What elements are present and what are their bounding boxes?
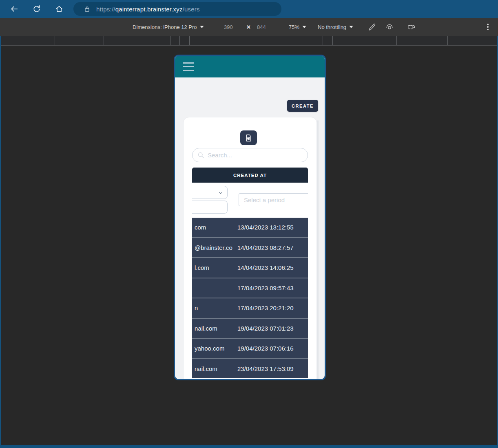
chevron-down-icon [200, 26, 204, 28]
window-border-left [0, 36, 1, 448]
eyedropper-icon [368, 22, 377, 31]
table-row[interactable]: 17/04/2023 09:57:43 [192, 278, 308, 299]
url-text: https://qainterrapt.brainster.xyz/users [96, 6, 200, 13]
email-fragment: nail.com [195, 359, 217, 379]
home-button[interactable] [55, 4, 64, 13]
create-button[interactable]: CREATE [287, 100, 318, 112]
page-scrollbar[interactable] [317, 120, 319, 379]
ruler-mark [396, 36, 397, 45]
url-scheme: https:// [96, 6, 115, 13]
chevron-down-icon [349, 26, 353, 28]
table-row[interactable]: nail.com19/04/2023 07:01:23 [192, 319, 308, 339]
home-icon [55, 4, 64, 13]
users-table: com13/04/2023 13:12:55@brainster.co14/04… [192, 218, 308, 378]
search-box [192, 148, 308, 162]
hamburger-menu-icon [183, 66, 194, 67]
ruler-mark [189, 36, 190, 45]
viewport-width-value: 390 [224, 24, 233, 30]
eye-icon [385, 22, 394, 31]
ruler-mark [332, 36, 333, 45]
media-query-bar[interactable] [0, 36, 498, 46]
kebab-menu-icon [487, 26, 489, 28]
created-at-value: 14/04/2023 08:27:57 [237, 238, 294, 258]
device-selector[interactable]: Dimensions: iPhone 12 Pro [133, 18, 204, 36]
app-header [175, 56, 325, 77]
created-at-value: 14/04/2023 14:06:25 [237, 258, 294, 278]
kebab-menu-icon [487, 24, 489, 25]
users-card: CREATED AT com13/04/2023 13:12:55@brains… [183, 117, 317, 379]
chevron-down-icon [302, 26, 306, 28]
created-at-value: 17/04/2023 20:21:20 [237, 298, 294, 318]
created-at-value: 19/04/2023 07:01:23 [237, 319, 294, 338]
ruler-mark [179, 36, 180, 45]
times-icon: ✕ [246, 24, 251, 30]
email-fragment: nail.com [195, 319, 217, 338]
table-row[interactable]: nail.com23/04/2023 17:53:09 [192, 359, 308, 379]
column-filter-input[interactable] [192, 201, 228, 214]
table-row[interactable]: n17/04/2023 20:21:20 [192, 298, 308, 319]
email-fragment: @brainster.co [195, 238, 232, 258]
viewport-height-field[interactable]: 844 [257, 18, 266, 36]
search-input[interactable] [208, 152, 297, 159]
hamburger-menu-icon [183, 62, 194, 64]
zoom-value: 75% [289, 24, 299, 30]
created-at-value: 13/04/2023 13:12:55 [237, 218, 294, 237]
eyedropper-button[interactable] [368, 22, 377, 31]
dimensions-label: Dimensions: [133, 24, 162, 30]
rotate-device-icon [407, 22, 416, 31]
table-row[interactable]: com13/04/2023 13:12:55 [192, 218, 308, 238]
created-at-header-label: CREATED AT [233, 173, 267, 178]
refresh-button[interactable] [32, 4, 41, 13]
refresh-icon [32, 4, 41, 13]
devtools-toolbar: Dimensions: iPhone 12 Pro 390 ✕ 844 75% … [0, 18, 498, 36]
created-at-value: 19/04/2023 07:06:16 [237, 339, 294, 358]
select-chevron-icon [218, 190, 224, 196]
export-button[interactable] [240, 130, 257, 145]
period-filter-input[interactable] [239, 193, 308, 206]
url-path: /users [183, 6, 200, 13]
menu-button[interactable] [183, 62, 194, 71]
column-filter-select[interactable] [192, 186, 228, 199]
ruler-mark [311, 36, 311, 45]
email-fragment: yahoo.com [195, 339, 224, 358]
ruler-mark [104, 36, 104, 45]
ruler-mark [55, 36, 55, 45]
url-domain: qainterrapt.brainster.xyz [115, 6, 183, 13]
hamburger-menu-icon [183, 70, 194, 71]
table-row[interactable]: @brainster.co14/04/2023 08:27:57 [192, 238, 308, 258]
email-fragment: n [195, 298, 198, 318]
rotate-device-button[interactable] [407, 22, 416, 31]
created-at-value: 17/04/2023 09:57:43 [237, 278, 294, 298]
vision-deficiency-button[interactable] [385, 22, 394, 31]
dimensions-times: ✕ [246, 18, 251, 36]
address-bar[interactable]: https://qainterrapt.brainster.xyz/users [73, 2, 281, 16]
throttling-value: No throttling [318, 24, 346, 30]
viewport-height-value: 844 [257, 24, 266, 30]
window-border-bottom [0, 445, 498, 448]
email-fragment: l.com [195, 258, 209, 278]
viewport-width-field[interactable]: 390 [224, 18, 233, 36]
throttling-selector[interactable]: No throttling [318, 18, 353, 36]
zoom-selector[interactable]: 75% [289, 18, 306, 36]
created-at-column-header[interactable]: CREATED AT [192, 168, 308, 183]
export-file-icon [244, 134, 253, 142]
kebab-menu-icon [487, 29, 489, 31]
ruler-mark [447, 36, 448, 45]
table-row[interactable]: l.com14/04/2023 14:06:25 [192, 258, 308, 278]
emulated-page: CREATE CREATED AT [175, 56, 325, 379]
search-icon [197, 151, 205, 159]
more-options-button[interactable] [485, 23, 491, 31]
ruler-mark [170, 36, 170, 45]
back-arrow-icon [10, 4, 19, 13]
lock-icon [84, 6, 91, 13]
device-name: iPhone 12 Pro [163, 24, 197, 30]
device-frame: CREATE CREATED AT [174, 55, 326, 380]
browser-toolbar: https://qainterrapt.brainster.xyz/users [0, 0, 498, 18]
table-row[interactable]: yahoo.com19/04/2023 07:06:16 [192, 339, 308, 359]
ruler-mark [323, 36, 323, 45]
created-at-value: 23/04/2023 17:53:09 [237, 359, 294, 379]
email-fragment: com [195, 218, 206, 237]
back-button[interactable] [10, 4, 19, 13]
browser-window: https://qainterrapt.brainster.xyz/users … [0, 0, 498, 448]
